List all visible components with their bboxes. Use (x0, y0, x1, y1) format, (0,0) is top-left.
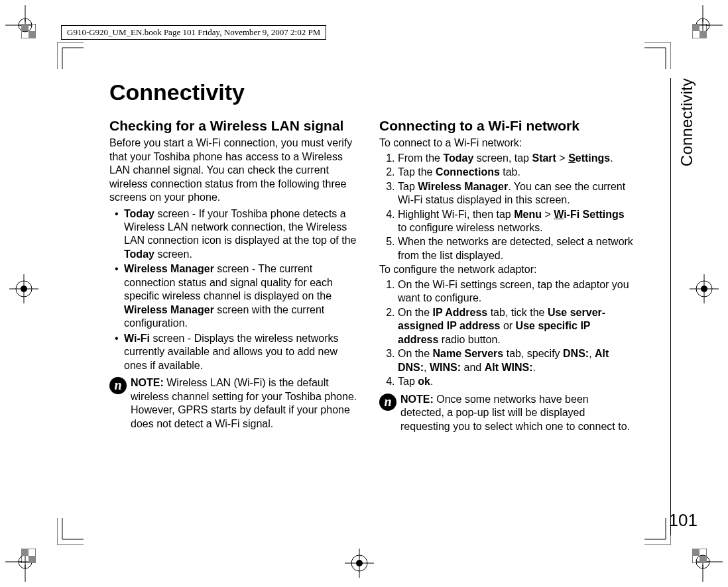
bold-text: IP Address (432, 307, 487, 318)
body-text: screen, tap (473, 152, 532, 164)
body-text: tab, specify (503, 348, 563, 359)
svg-point-2 (19, 19, 32, 32)
svg-point-28 (351, 555, 367, 571)
svg-rect-36 (692, 24, 699, 31)
svg-rect-32 (21, 24, 36, 38)
bold-text: Wireless Manager (124, 263, 214, 274)
body-text: Highlight Wi-Fi, then tap (398, 209, 514, 220)
note-icon: n (379, 394, 396, 411)
svg-rect-41 (692, 549, 707, 563)
bold-text: i-Fi Settings (564, 209, 625, 220)
list-item: On the IP Address tab, tick the Use serv… (398, 306, 633, 347)
body-text: screen - Displays the wireless networks … (124, 333, 339, 371)
corner-frame-icon (57, 42, 84, 69)
color-swatch-icon (692, 549, 707, 563)
body-text: screen. (154, 248, 192, 260)
column-left: Checking for a Wireless LAN signal Befor… (109, 117, 363, 433)
bold-text: Menu (514, 209, 542, 220)
body-text: tab, tick the (487, 307, 548, 318)
registration-icon (9, 274, 38, 303)
bold-text: Today (443, 152, 473, 164)
two-column-layout: Checking for a Wireless LAN signal Befor… (109, 117, 633, 433)
body-text: . (610, 152, 613, 164)
underlined-text: S (568, 152, 576, 164)
bold-text: Connections (436, 166, 500, 178)
crop-mark-icon (5, 542, 45, 582)
column-right: Connecting to a Wi-Fi network To connect… (379, 117, 633, 433)
bold-text: ettings (576, 152, 610, 164)
bold-text: NOTE: (400, 394, 434, 405)
body-text: Once some networks have been detected, a… (400, 394, 630, 432)
list-item: On the Wi-Fi settings screen, tap the ad… (398, 278, 633, 305)
list-item: Wireless Manager screen - The current co… (124, 262, 363, 330)
svg-point-21 (21, 286, 27, 292)
body-text: On the (398, 348, 432, 359)
bullet-list: Today screen - If your Toshiba phone det… (109, 207, 363, 373)
svg-rect-35 (692, 24, 707, 38)
svg-rect-39 (21, 549, 29, 556)
bold-text: ok (418, 376, 430, 387)
body-text: and (461, 362, 485, 373)
bold-text: Today (124, 248, 154, 260)
bold-text: WINS: (430, 362, 461, 373)
side-section-label: Connectivity (678, 78, 696, 166)
corner-frame-icon (57, 518, 84, 545)
color-swatch-icon (21, 24, 36, 38)
bold-text: Name Servers (432, 348, 503, 359)
page-number: 101 (669, 510, 698, 531)
body-text: . (430, 376, 433, 387)
crop-mark-icon (5, 5, 45, 45)
section-heading: Connecting to a Wi-Fi network (379, 117, 633, 134)
svg-point-17 (696, 555, 709, 568)
corner-frame-icon (644, 42, 671, 69)
body-text: > (542, 209, 554, 220)
body-text: To configure the network adaptor: (379, 263, 633, 276)
svg-rect-40 (29, 556, 36, 563)
body-text: tab. (500, 166, 520, 178)
svg-point-25 (701, 286, 707, 292)
svg-rect-38 (21, 549, 36, 563)
body-text: To connect to a Wi-Fi network: (379, 136, 633, 150)
bold-text: NOTE: (131, 377, 164, 388)
body-text: . (533, 362, 536, 373)
note-icon: n (109, 377, 127, 394)
body-text: On the (398, 307, 432, 318)
body-text: screen - If your Toshiba phone detects a… (124, 208, 356, 246)
list-item: Tap Wireless Manager. You can see the cu… (398, 180, 633, 207)
list-item: Highlight Wi-Fi, then tap Menu > Wi-Fi S… (398, 208, 633, 235)
body-text: to configure wireless networks. (398, 222, 543, 233)
page-header-metadata: G910-G920_UM_EN.book Page 101 Friday, No… (61, 25, 326, 40)
underlined-text: W (554, 209, 564, 220)
side-rule (670, 78, 671, 535)
bold-text: Alt WINS: (485, 362, 533, 373)
body-text: From the (398, 152, 443, 164)
svg-point-20 (16, 281, 32, 297)
note-text: NOTE: Once some networks have been detec… (400, 393, 633, 433)
page-title: Connectivity (109, 80, 633, 105)
numbered-list: On the Wi-Fi settings screen, tap the ad… (379, 278, 633, 389)
svg-point-7 (696, 19, 709, 32)
crop-mark-icon (683, 542, 723, 582)
svg-rect-34 (29, 31, 36, 38)
svg-rect-43 (699, 556, 707, 563)
body-text: Tap the (398, 166, 436, 178)
bold-text: Wi-Fi (124, 333, 150, 344)
list-item: Wi-Fi screen - Displays the wireless net… (124, 332, 363, 372)
body-text: > (556, 152, 568, 164)
list-item: When the networks are detected, select a… (398, 235, 633, 262)
body-text: , (589, 348, 595, 359)
svg-rect-42 (692, 549, 699, 556)
note-block: n NOTE: Once some networks have been det… (379, 393, 633, 433)
numbered-list: From the Today screen, tap Start > Setti… (379, 152, 633, 263)
registration-icon (345, 549, 374, 578)
bold-text: Wireless Manager (418, 181, 508, 192)
crop-mark-icon (683, 5, 723, 45)
note-text: NOTE: Wireless LAN (Wi-Fi) is the defaul… (131, 376, 363, 431)
bold-text: Wireless Manager (124, 304, 214, 315)
bold-text: DNS: (563, 348, 589, 359)
body-text: radio button. (438, 334, 500, 345)
body-text: Wireless LAN (Wi-Fi) is the default wire… (131, 377, 357, 429)
bold-text: Start (532, 152, 556, 164)
list-item: Tap ok. (398, 375, 633, 388)
body-text: Before you start a Wi-Fi connection, you… (109, 136, 363, 204)
